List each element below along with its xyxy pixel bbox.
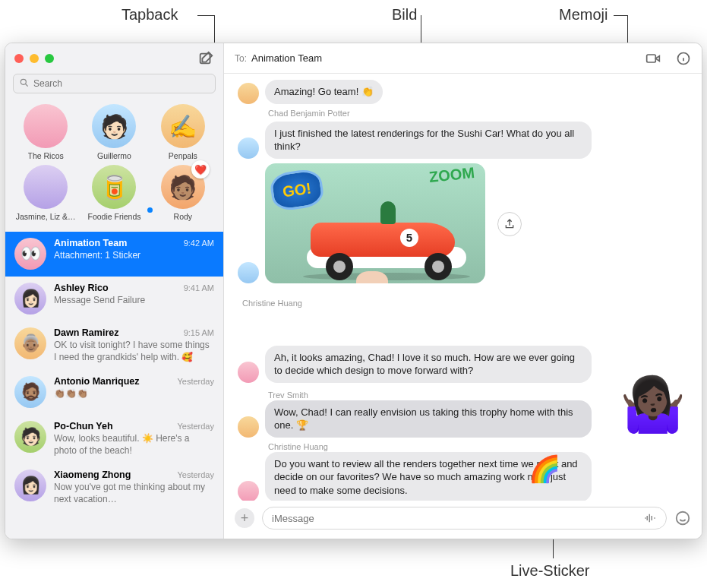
sender-avatar[interactable] (238, 83, 259, 104)
conversation-preview: Wow, looks beautiful. ☀️ Here's a photo … (54, 433, 214, 457)
message-bubble[interactable]: Ah, it looks amazing, Chad! I love it so… (265, 346, 592, 383)
search-icon (19, 77, 30, 88)
window-minimize-button[interactable] (30, 54, 39, 63)
sender-name: Christine Huang (268, 442, 564, 451)
share-button[interactable] (497, 212, 522, 236)
conversation-item[interactable]: 👵🏽Dawn Ramirez9:15 AMOK to visit tonight… (5, 321, 223, 370)
conversation-time: Yesterday (177, 377, 214, 386)
conversation-item[interactable]: 🧔🏽Antonio ManriquezYesterday👏🏽👏🏽👏🏽 (5, 370, 223, 415)
conversation-preview: OK to visit tonight? I have some things … (54, 340, 214, 363)
conversation-name: Po-Chun Yeh (54, 421, 113, 432)
sidebar: The Ricos🧑🏻Guillermo✍️PenpalsJasmine, Li… (5, 43, 224, 539)
message-row: I just finished the latest renderings fo… (238, 122, 688, 159)
message-input-container (262, 507, 667, 530)
pinned-avatar: ✍️ (161, 104, 205, 148)
window-maximize-button[interactable] (45, 54, 54, 63)
conversation-time: 9:15 AM (184, 328, 214, 337)
conversation-time: Yesterday (177, 470, 214, 479)
conversation-item[interactable]: 🧑🏻Po-Chun YehYesterdayWow, looks beautif… (5, 415, 223, 463)
zoom-sticker: ZOOM (428, 164, 475, 186)
pinned-label: Foodie Friends (87, 212, 140, 221)
to-label: To: (235, 53, 247, 64)
conversation-name: Ashley Rico (54, 283, 109, 293)
svg-point-4 (677, 512, 690, 525)
search-container (5, 74, 223, 100)
conversation-avatar: 🧑🏻 (14, 421, 46, 453)
conversation-time: 9:42 AM (184, 239, 214, 248)
conversation-avatar: 👩🏻 (14, 469, 46, 501)
pinned-avatar (24, 104, 68, 148)
pinned-avatar: 🧑🏽❤️ (161, 165, 205, 209)
conversation-name: Xiaomeng Zhong (54, 469, 131, 480)
info-icon[interactable] (676, 51, 691, 66)
sender-name: Chad Benjamin Potter (268, 109, 564, 118)
svg-rect-2 (647, 55, 656, 62)
pinned-conversation[interactable]: ✍️Penpals (149, 104, 217, 160)
image-attachment[interactable]: 5 GO! ZOOM (265, 163, 485, 283)
hand-heart-sticker (356, 271, 388, 283)
pinned-conversation[interactable]: 🥫Foodie Friends (80, 165, 148, 221)
svg-point-1 (21, 79, 26, 84)
message-row: Trev Smith Amazing! Go team! 👏 (238, 80, 688, 104)
sender-avatar[interactable] (238, 262, 259, 283)
pinned-avatar (24, 165, 68, 209)
pinned-conversation[interactable]: 🧑🏽❤️Rody (149, 165, 217, 221)
car-number: 5 (400, 229, 418, 247)
pinned-conversation[interactable]: Jasmine, Liz &… (11, 165, 80, 221)
sender-avatar[interactable] (238, 138, 259, 159)
conversation-header: To: Animation Team (224, 43, 702, 74)
conversation-item[interactable]: 👀Animation Team9:42 AMAttachment: 1 Stic… (5, 232, 223, 277)
to-name: Animation Team (251, 52, 322, 64)
pinned-conversation[interactable]: 🧑🏻Guillermo (80, 104, 148, 160)
audio-waveform-icon[interactable] (643, 511, 657, 525)
conversation-time: 9:41 AM (184, 283, 214, 292)
go-sticker: GO! (269, 167, 325, 212)
messages-window: The Ricos🧑🏻Guillermo✍️PenpalsJasmine, Li… (5, 43, 702, 539)
message-row: Do you want to review all the renders to… (238, 452, 688, 501)
conversation-avatar: 👵🏽 (14, 327, 46, 359)
message-bubble[interactable]: Wow, Chad! I can really envision us taki… (265, 400, 592, 438)
callout-memoji: Memoji (559, 6, 608, 24)
pinned-label: Rody (174, 212, 193, 221)
conversation-pane: To: Animation Team Trev Smith Amazing! G… (224, 43, 702, 539)
pinned-label: The Ricos (28, 151, 64, 160)
tapback-heart-icon: ❤️ (191, 160, 210, 179)
conversation-avatar: 👀 (14, 238, 46, 270)
pinned-avatar: 🥫 (92, 165, 136, 209)
conversation-name: Dawn Ramirez (54, 327, 118, 338)
conversation-preview: Now you've got me thinking about my next… (54, 482, 214, 505)
pinned-conversation[interactable]: The Ricos (11, 104, 80, 160)
conversation-preview: Attachment: 1 Sticker (54, 250, 214, 262)
message-bubble[interactable]: I just finished the latest renderings fo… (265, 122, 592, 159)
compose-button[interactable] (197, 50, 214, 67)
callout-line (614, 15, 627, 16)
conversation-preview: Message Send Failure (54, 295, 214, 307)
pinned-label: Jasmine, Liz &… (16, 212, 76, 221)
window-close-button[interactable] (14, 54, 24, 63)
memoji-sticker[interactable]: 🤷🏿‍♀️ (611, 362, 694, 446)
unread-indicator (147, 207, 153, 213)
message-input[interactable] (272, 513, 637, 524)
apps-button[interactable]: + (235, 508, 254, 528)
sender-avatar[interactable] (238, 362, 259, 383)
search-input[interactable] (13, 74, 216, 93)
conversation-item[interactable]: 👩🏻Xiaomeng ZhongYesterdayNow you've got … (5, 463, 223, 512)
message-bubble[interactable]: Amazing! Go team! 👏 (265, 80, 383, 104)
pinned-conversations: The Ricos🧑🏻Guillermo✍️PenpalsJasmine, Li… (5, 100, 223, 232)
pinned-label: Guillermo (97, 151, 131, 160)
sender-avatar[interactable] (238, 416, 259, 438)
titlebar (5, 43, 223, 74)
video-call-icon[interactable] (645, 51, 661, 66)
sender-avatar[interactable] (238, 481, 259, 501)
callout-bild: Bild (392, 6, 417, 24)
emoji-picker-icon[interactable] (674, 510, 691, 526)
rainbow-live-sticker[interactable]: 🌈 (529, 454, 560, 484)
pinned-avatar: 🧑🏻 (92, 104, 136, 148)
callout-tapback: Tapback (122, 6, 178, 24)
conversation-list[interactable]: 👀Animation Team9:42 AMAttachment: 1 Stic… (5, 232, 223, 539)
composer: + (224, 501, 702, 539)
message-thread[interactable]: Trev Smith Amazing! Go team! 👏 Chad Benj… (224, 74, 702, 501)
callout-line (197, 15, 214, 16)
sender-name: Christine Huang (242, 299, 688, 308)
conversation-item[interactable]: 👩🏻Ashley Rico9:41 AMMessage Send Failure (5, 277, 223, 321)
